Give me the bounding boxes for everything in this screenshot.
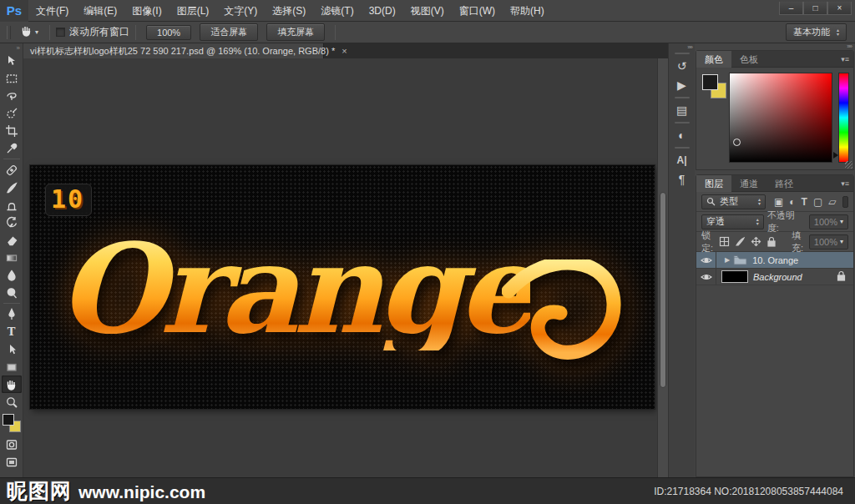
scrollbar-thumb[interactable] bbox=[660, 192, 666, 388]
visibility-toggle[interactable] bbox=[696, 269, 716, 285]
filter-on-off-toggle[interactable] bbox=[842, 196, 848, 208]
collapse-panels-icon[interactable]: »» bbox=[695, 43, 855, 50]
panel-menu-icon[interactable]: ▾≡ bbox=[841, 55, 849, 63]
blend-mode-dropdown[interactable]: 穿透 ▴▾ bbox=[701, 214, 764, 229]
scroll-all-windows-label: 滚动所有窗口 bbox=[69, 25, 129, 39]
expand-triangle-icon[interactable]: ▶ bbox=[725, 256, 730, 264]
saturation-brightness-field[interactable] bbox=[729, 73, 832, 163]
filter-pixel-icon[interactable]: ▣ bbox=[774, 196, 783, 208]
hand-tool[interactable] bbox=[2, 375, 22, 393]
quick-select-tool[interactable] bbox=[2, 104, 22, 122]
filter-kind-dropdown[interactable]: 类型 ▴▾ bbox=[701, 194, 766, 209]
screen-mode-button[interactable] bbox=[2, 453, 22, 471]
document-tab[interactable]: vi样机标志样机logo样机25 72 590 217.psd @ 169% (… bbox=[23, 43, 324, 58]
tab-color[interactable]: 颜色 bbox=[696, 51, 731, 68]
character-panel-icon[interactable]: A| bbox=[671, 150, 693, 169]
canvas-vertical-scrollbar[interactable] bbox=[657, 58, 668, 477]
filter-type-icon[interactable]: T bbox=[802, 196, 807, 208]
ps-logo: Ps bbox=[0, 0, 28, 22]
hand-tool-preset[interactable]: ▾ bbox=[14, 24, 43, 40]
scroll-all-windows-checkbox[interactable] bbox=[56, 28, 65, 37]
eyedropper-tool[interactable] bbox=[2, 139, 22, 157]
shape-tool[interactable] bbox=[2, 358, 22, 375]
menu-window[interactable]: 窗口(W) bbox=[452, 0, 503, 22]
paragraph-panel-icon[interactable]: ¶ bbox=[671, 169, 693, 189]
color-panel: 颜色 色板 ▾≡ bbox=[696, 50, 854, 170]
hue-slider[interactable] bbox=[838, 73, 849, 163]
hue-marker-icon[interactable] bbox=[833, 152, 838, 159]
color-swatches-widget[interactable] bbox=[3, 414, 21, 432]
layers-panel-header: 图层 通道 路径 ▾≡ bbox=[696, 175, 853, 192]
pen-tool[interactable] bbox=[2, 305, 22, 323]
toolbar-collapse-icon[interactable]: » bbox=[17, 45, 20, 52]
canvas[interactable]: 10 Orange bbox=[30, 165, 655, 409]
expand-dock-icon[interactable]: »» bbox=[669, 43, 695, 50]
lock-transparency-icon[interactable] bbox=[719, 236, 730, 247]
actions-panel-icon[interactable]: ▶ bbox=[671, 75, 693, 94]
foreground-color-swatch[interactable] bbox=[3, 414, 14, 426]
maximize-button[interactable]: □ bbox=[803, 2, 827, 15]
menu-file[interactable]: 文件(F) bbox=[28, 0, 76, 22]
layer-row-background[interactable]: Background bbox=[696, 269, 853, 285]
menu-3d[interactable]: 3D(D) bbox=[362, 0, 403, 22]
marquee-tool[interactable] bbox=[2, 69, 22, 87]
menu-help[interactable]: 帮助(H) bbox=[503, 0, 552, 22]
menu-select[interactable]: 选择(S) bbox=[265, 0, 313, 22]
workspace-switcher[interactable]: 基本功能 ▴▾ bbox=[786, 23, 847, 41]
panel-resize-grip[interactable] bbox=[845, 161, 852, 169]
lock-all-icon[interactable] bbox=[766, 236, 777, 247]
eraser-tool[interactable] bbox=[2, 231, 22, 249]
divider bbox=[49, 25, 50, 40]
fill-screen-button[interactable]: 填充屏幕 bbox=[266, 23, 325, 41]
brush-tool[interactable] bbox=[2, 179, 22, 196]
history-brush-tool[interactable] bbox=[2, 214, 22, 231]
history-panel-icon[interactable]: ↺ bbox=[671, 56, 693, 75]
menu-view[interactable]: 视图(V) bbox=[403, 0, 452, 22]
healing-brush-tool[interactable] bbox=[2, 161, 22, 179]
properties-panel-icon[interactable]: ▤ bbox=[671, 100, 693, 119]
path-select-tool[interactable] bbox=[2, 340, 22, 358]
divider bbox=[3, 303, 20, 304]
color-cursor[interactable] bbox=[733, 139, 741, 146]
menu-edit[interactable]: 编辑(E) bbox=[76, 0, 124, 22]
crop-tool[interactable] bbox=[2, 122, 22, 139]
adjustments-panel-icon[interactable]: ◐ bbox=[671, 125, 693, 144]
layer-thumbnail[interactable] bbox=[721, 270, 748, 283]
minimize-button[interactable]: – bbox=[779, 2, 803, 15]
zoom-100-button[interactable]: 100% bbox=[146, 25, 191, 40]
menu-type[interactable]: 文字(Y) bbox=[216, 0, 265, 22]
clone-stamp-tool[interactable] bbox=[2, 196, 22, 214]
lock-pixels-icon[interactable] bbox=[735, 236, 746, 247]
tab-swatches[interactable]: 色板 bbox=[731, 51, 766, 68]
close-button[interactable]: × bbox=[827, 2, 852, 15]
tab-layers[interactable]: 图层 bbox=[696, 175, 731, 192]
visibility-toggle[interactable] bbox=[696, 252, 716, 268]
gradient-tool[interactable] bbox=[2, 249, 22, 266]
fit-screen-button[interactable]: 适合屏幕 bbox=[200, 23, 258, 41]
filter-adjustment-icon[interactable]: ◐ bbox=[789, 196, 795, 208]
tab-channels[interactable]: 通道 bbox=[731, 175, 766, 192]
image-id-text: ID:21718364 NO:20181208053857444084 bbox=[654, 486, 843, 497]
menu-layer[interactable]: 图层(L) bbox=[169, 0, 217, 22]
move-tool[interactable] bbox=[2, 52, 22, 69]
layer-row-group[interactable]: ▶ 10. Orange bbox=[696, 252, 853, 269]
search-icon bbox=[706, 197, 716, 206]
foreground-color-swatch[interactable] bbox=[702, 74, 718, 90]
blur-tool[interactable] bbox=[2, 266, 22, 284]
zoom-tool[interactable] bbox=[2, 393, 22, 411]
lasso-tool[interactable] bbox=[2, 87, 22, 104]
tab-paths[interactable]: 路径 bbox=[766, 175, 802, 192]
fill-value-box[interactable]: 100% ▾ bbox=[809, 234, 848, 249]
lock-position-icon[interactable] bbox=[751, 236, 761, 247]
tab-close-icon[interactable]: × bbox=[341, 46, 347, 56]
panel-menu-icon[interactable]: ▾≡ bbox=[841, 179, 849, 188]
opacity-value-box[interactable]: 100% ▾ bbox=[809, 214, 848, 229]
filter-shape-icon[interactable]: ▢ bbox=[813, 196, 822, 208]
quick-mask-button[interactable] bbox=[2, 436, 22, 453]
menu-filter[interactable]: 滤镜(T) bbox=[313, 0, 361, 22]
dodge-tool[interactable] bbox=[2, 284, 22, 301]
type-tool[interactable]: T bbox=[2, 323, 22, 340]
opacity-value: 100% bbox=[814, 217, 837, 227]
filter-smart-object-icon[interactable]: ▱ bbox=[828, 196, 836, 208]
menu-image[interactable]: 图像(I) bbox=[124, 0, 169, 22]
